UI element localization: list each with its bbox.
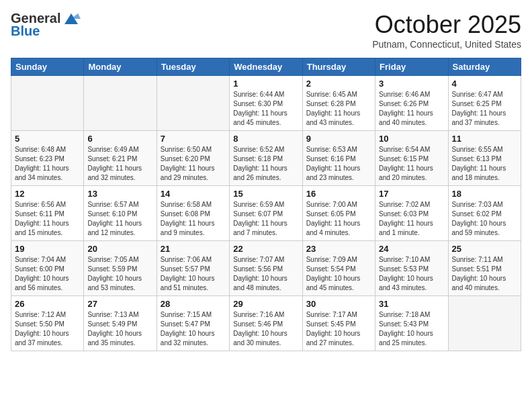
calendar-cell: 2Sunrise: 6:45 AM Sunset: 6:28 PM Daylig…: [302, 76, 375, 131]
day-number: 23: [306, 244, 371, 254]
day-number: 1: [233, 79, 298, 89]
day-number: 17: [379, 189, 444, 199]
day-number: 6: [87, 134, 152, 144]
day-number: 10: [379, 134, 444, 144]
day-number: 22: [233, 244, 298, 254]
day-info: Sunrise: 7:00 AM Sunset: 6:05 PM Dayligh…: [306, 200, 371, 238]
title-section: October 2025 Putnam, Connecticut, United…: [372, 11, 521, 50]
logo: General Blue: [11, 11, 81, 39]
calendar-cell: 28Sunrise: 7:15 AM Sunset: 5:47 PM Dayli…: [157, 296, 229, 351]
day-number: 4: [452, 79, 517, 89]
calendar-week-1: 1Sunrise: 6:44 AM Sunset: 6:30 PM Daylig…: [11, 76, 521, 131]
calendar-table: SundayMondayTuesdayWednesdayThursdayFrid…: [11, 58, 521, 351]
day-number: 24: [379, 244, 444, 254]
day-number: 7: [161, 134, 226, 144]
calendar-cell: 30Sunrise: 7:17 AM Sunset: 5:45 PM Dayli…: [302, 296, 375, 351]
calendar-cell: 14Sunrise: 6:58 AM Sunset: 6:08 PM Dayli…: [157, 186, 229, 241]
calendar-cell: [84, 76, 157, 131]
calendar-cell: 4Sunrise: 6:47 AM Sunset: 6:25 PM Daylig…: [448, 76, 521, 131]
day-info: Sunrise: 6:57 AM Sunset: 6:10 PM Dayligh…: [87, 200, 152, 238]
header-day-wednesday: Wednesday: [230, 58, 302, 76]
day-number: 11: [452, 134, 517, 144]
calendar-cell: 20Sunrise: 7:05 AM Sunset: 5:59 PM Dayli…: [84, 241, 157, 296]
day-number: 29: [233, 299, 298, 309]
day-info: Sunrise: 6:58 AM Sunset: 6:08 PM Dayligh…: [161, 200, 226, 238]
day-number: 14: [161, 189, 226, 199]
day-number: 18: [452, 189, 517, 199]
calendar-cell: [157, 76, 229, 131]
calendar-cell: [11, 76, 84, 131]
calendar-cell: 12Sunrise: 6:56 AM Sunset: 6:11 PM Dayli…: [11, 186, 84, 241]
page-header: General Blue October 2025 Putnam, Connec…: [11, 11, 521, 50]
day-number: 15: [233, 189, 298, 199]
calendar-cell: 3Sunrise: 6:46 AM Sunset: 6:26 PM Daylig…: [375, 76, 448, 131]
day-number: 19: [15, 244, 80, 254]
location: Putnam, Connecticut, United States: [372, 39, 521, 50]
day-info: Sunrise: 6:45 AM Sunset: 6:28 PM Dayligh…: [306, 90, 371, 128]
day-number: 8: [233, 134, 298, 144]
day-info: Sunrise: 6:47 AM Sunset: 6:25 PM Dayligh…: [452, 90, 517, 128]
calendar-cell: 18Sunrise: 7:03 AM Sunset: 6:02 PM Dayli…: [448, 186, 521, 241]
day-number: 2: [306, 79, 371, 89]
calendar-cell: 31Sunrise: 7:18 AM Sunset: 5:43 PM Dayli…: [375, 296, 448, 351]
day-number: 28: [161, 299, 226, 309]
day-info: Sunrise: 7:03 AM Sunset: 6:02 PM Dayligh…: [452, 200, 517, 238]
day-info: Sunrise: 6:44 AM Sunset: 6:30 PM Dayligh…: [233, 90, 298, 128]
calendar-cell: 9Sunrise: 6:53 AM Sunset: 6:16 PM Daylig…: [302, 131, 375, 186]
day-number: 21: [161, 244, 226, 254]
day-number: 13: [87, 189, 152, 199]
day-info: Sunrise: 6:55 AM Sunset: 6:13 PM Dayligh…: [452, 145, 517, 183]
calendar-cell: 16Sunrise: 7:00 AM Sunset: 6:05 PM Dayli…: [302, 186, 375, 241]
day-number: 3: [379, 79, 444, 89]
calendar-cell: 8Sunrise: 6:52 AM Sunset: 6:18 PM Daylig…: [230, 131, 302, 186]
day-info: Sunrise: 7:18 AM Sunset: 5:43 PM Dayligh…: [379, 310, 444, 348]
logo-blue: Blue: [11, 24, 40, 39]
calendar-cell: 15Sunrise: 6:59 AM Sunset: 6:07 PM Dayli…: [230, 186, 302, 241]
day-info: Sunrise: 7:04 AM Sunset: 6:00 PM Dayligh…: [15, 255, 80, 293]
day-info: Sunrise: 6:56 AM Sunset: 6:11 PM Dayligh…: [15, 200, 80, 238]
calendar-cell: 10Sunrise: 6:54 AM Sunset: 6:15 PM Dayli…: [375, 131, 448, 186]
calendar-cell: 27Sunrise: 7:13 AM Sunset: 5:49 PM Dayli…: [84, 296, 157, 351]
calendar-cell: 22Sunrise: 7:07 AM Sunset: 5:56 PM Dayli…: [230, 241, 302, 296]
day-number: 30: [306, 299, 371, 309]
day-info: Sunrise: 7:17 AM Sunset: 5:45 PM Dayligh…: [306, 310, 371, 348]
day-info: Sunrise: 7:15 AM Sunset: 5:47 PM Dayligh…: [161, 310, 226, 348]
calendar-cell: 5Sunrise: 6:48 AM Sunset: 6:23 PM Daylig…: [11, 131, 84, 186]
header-day-monday: Monday: [84, 58, 157, 76]
day-info: Sunrise: 6:49 AM Sunset: 6:21 PM Dayligh…: [87, 145, 152, 183]
calendar-cell: 1Sunrise: 6:44 AM Sunset: 6:30 PM Daylig…: [230, 76, 302, 131]
calendar-week-3: 12Sunrise: 6:56 AM Sunset: 6:11 PM Dayli…: [11, 186, 521, 241]
header-day-sunday: Sunday: [11, 58, 84, 76]
calendar-cell: 6Sunrise: 6:49 AM Sunset: 6:21 PM Daylig…: [84, 131, 157, 186]
day-number: 27: [87, 299, 152, 309]
header-day-friday: Friday: [375, 58, 448, 76]
day-info: Sunrise: 6:54 AM Sunset: 6:15 PM Dayligh…: [379, 145, 444, 183]
day-number: 12: [15, 189, 80, 199]
calendar-cell: 23Sunrise: 7:09 AM Sunset: 5:54 PM Dayli…: [302, 241, 375, 296]
day-info: Sunrise: 7:10 AM Sunset: 5:53 PM Dayligh…: [379, 255, 444, 293]
calendar-week-5: 26Sunrise: 7:12 AM Sunset: 5:50 PM Dayli…: [11, 296, 521, 351]
calendar-cell: 25Sunrise: 7:11 AM Sunset: 5:51 PM Dayli…: [448, 241, 521, 296]
calendar-week-2: 5Sunrise: 6:48 AM Sunset: 6:23 PM Daylig…: [11, 131, 521, 186]
day-info: Sunrise: 6:52 AM Sunset: 6:18 PM Dayligh…: [233, 145, 298, 183]
calendar-cell: 11Sunrise: 6:55 AM Sunset: 6:13 PM Dayli…: [448, 131, 521, 186]
day-info: Sunrise: 7:07 AM Sunset: 5:56 PM Dayligh…: [233, 255, 298, 293]
calendar-cell: [448, 296, 521, 351]
day-info: Sunrise: 7:16 AM Sunset: 5:46 PM Dayligh…: [233, 310, 298, 348]
day-info: Sunrise: 7:09 AM Sunset: 5:54 PM Dayligh…: [306, 255, 371, 293]
day-info: Sunrise: 7:12 AM Sunset: 5:50 PM Dayligh…: [15, 310, 80, 348]
calendar-week-4: 19Sunrise: 7:04 AM Sunset: 6:00 PM Dayli…: [11, 241, 521, 296]
day-number: 16: [306, 189, 371, 199]
calendar-cell: 26Sunrise: 7:12 AM Sunset: 5:50 PM Dayli…: [11, 296, 84, 351]
header-day-thursday: Thursday: [302, 58, 375, 76]
day-info: Sunrise: 7:13 AM Sunset: 5:49 PM Dayligh…: [87, 310, 152, 348]
header-day-saturday: Saturday: [448, 58, 521, 76]
logo-icon: [62, 12, 81, 26]
day-info: Sunrise: 6:59 AM Sunset: 6:07 PM Dayligh…: [233, 200, 298, 238]
calendar-cell: 13Sunrise: 6:57 AM Sunset: 6:10 PM Dayli…: [84, 186, 157, 241]
day-info: Sunrise: 7:05 AM Sunset: 5:59 PM Dayligh…: [87, 255, 152, 293]
month-title: October 2025: [372, 11, 521, 39]
calendar-header-row: SundayMondayTuesdayWednesdayThursdayFrid…: [11, 58, 521, 76]
calendar-cell: 21Sunrise: 7:06 AM Sunset: 5:57 PM Dayli…: [157, 241, 229, 296]
day-number: 20: [87, 244, 152, 254]
